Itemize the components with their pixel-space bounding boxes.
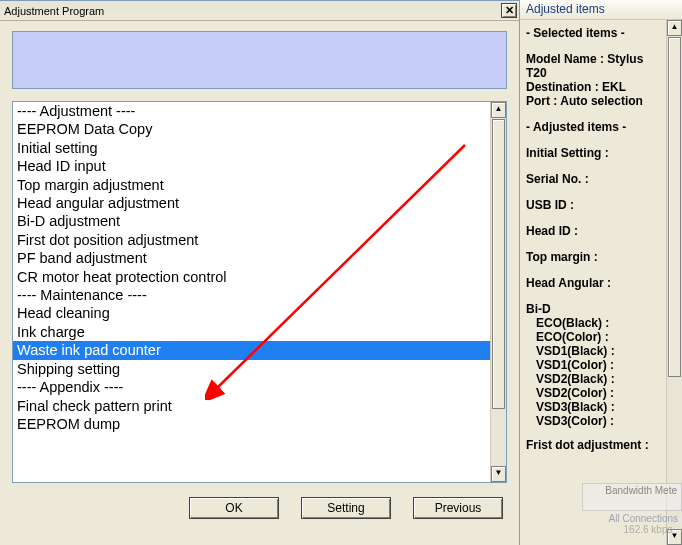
close-icon: ✕: [505, 4, 514, 16]
scroll-down-button[interactable]: ▼: [491, 466, 506, 482]
sidebar-bid-row: VSD3(Black) :: [526, 400, 660, 414]
titlebar: Adjustment Program ✕: [0, 1, 519, 21]
sidebar-row: Top margin :: [526, 250, 660, 264]
sidebar-scroll-up-button[interactable]: ▲: [667, 20, 682, 36]
list-item[interactable]: Top margin adjustment: [13, 176, 490, 194]
window-title: Adjustment Program: [4, 5, 501, 17]
list-section-header: ---- Appendix ----: [13, 378, 490, 396]
list-scroll-area: ---- Adjustment ----EEPROM Data CopyInit…: [13, 102, 490, 482]
sidebar-bid-row: VSD2(Color) :: [526, 386, 660, 400]
bid-label: Bi-D: [526, 302, 660, 316]
list-item[interactable]: Head angular adjustment: [13, 194, 490, 212]
sidebar-row: Head Angular :: [526, 276, 660, 290]
sidebar-bid-row: ECO(Color) :: [526, 330, 660, 344]
sidebar-body: - Selected items - Model Name : Stylus T…: [520, 20, 666, 545]
list-item[interactable]: Final check pattern print: [13, 397, 490, 415]
ok-button[interactable]: OK: [189, 497, 279, 519]
sidebar-row: Initial Setting :: [526, 146, 660, 160]
list-item[interactable]: Head ID input: [13, 157, 490, 175]
listbox-scrollbar[interactable]: ▲ ▼: [490, 102, 506, 482]
destination-label: Destination : EKL: [526, 80, 660, 94]
button-row: OK Setting Previous: [12, 497, 507, 519]
port-label: Port : Auto selection: [526, 94, 660, 108]
model-name-label: Model Name : Stylus T20: [526, 52, 660, 80]
list-item[interactable]: CR motor heat protection control: [13, 268, 490, 286]
sidebar-bid-row: VSD1(Color) :: [526, 358, 660, 372]
list-item[interactable]: Initial setting: [13, 139, 490, 157]
list-item[interactable]: Ink charge: [13, 323, 490, 341]
sidebar-scroll-thumb[interactable]: [668, 37, 681, 377]
adjusted-items-panel: Adjusted items - Selected items - Model …: [520, 0, 682, 545]
sidebar-bid-row: ECO(Black) :: [526, 316, 660, 330]
list-item[interactable]: First dot position adjustment: [13, 231, 490, 249]
list-item[interactable]: EEPROM Data Copy: [13, 120, 490, 138]
sidebar-scroll-down-button[interactable]: ▼: [667, 529, 682, 545]
sidebar-row: Serial No. :: [526, 172, 660, 186]
sidebar-row: Head ID :: [526, 224, 660, 238]
adjustment-program-dialog: Adjustment Program ✕ ---- Adjustment ---…: [0, 0, 520, 545]
list-item[interactable]: Shipping setting: [13, 360, 490, 378]
close-button[interactable]: ✕: [501, 3, 517, 18]
banner-area: [12, 31, 507, 89]
sidebar-bid-row: VSD3(Color) :: [526, 414, 660, 428]
sidebar-row: USB ID :: [526, 198, 660, 212]
list-item[interactable]: Bi-D adjustment: [13, 212, 490, 230]
sidebar-bid-row: VSD1(Black) :: [526, 344, 660, 358]
list-section-header: ---- Adjustment ----: [13, 102, 490, 120]
setting-button[interactable]: Setting: [301, 497, 391, 519]
scroll-thumb[interactable]: [492, 119, 505, 409]
list-item[interactable]: PF band adjustment: [13, 249, 490, 267]
previous-button[interactable]: Previous: [413, 497, 503, 519]
sidebar-bid-row: VSD2(Black) :: [526, 372, 660, 386]
list-item[interactable]: EEPROM dump: [13, 415, 490, 433]
list-section-header: ---- Maintenance ----: [13, 286, 490, 304]
selected-items-heading: - Selected items -: [526, 26, 660, 40]
sidebar-title: Adjusted items: [520, 0, 682, 20]
adjustment-listbox[interactable]: ---- Adjustment ----EEPROM Data CopyInit…: [12, 101, 507, 483]
list-item[interactable]: Waste ink pad counter: [13, 341, 490, 359]
adjusted-items-heading: - Adjusted items -: [526, 120, 660, 134]
sidebar-scrollbar[interactable]: ▲ ▼: [666, 20, 682, 545]
first-dot-label: Frist dot adjustment :: [526, 438, 660, 452]
list-item[interactable]: Head cleaning: [13, 304, 490, 322]
scroll-up-button[interactable]: ▲: [491, 102, 506, 118]
